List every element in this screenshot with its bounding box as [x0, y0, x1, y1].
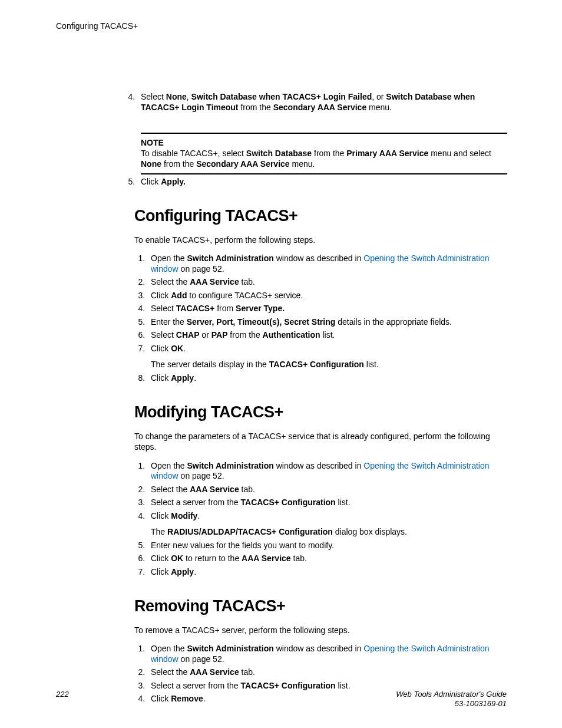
step-item: Select None, Switch Database when TACACS…	[137, 92, 507, 113]
bold-text: Server, Port, Timeout(s), Secret String	[187, 317, 336, 327]
section-heading: Modifying TACACS+	[134, 403, 511, 421]
bold-text: AAA Service	[190, 485, 239, 494]
step-item: Open the Switch Administration window as…	[147, 644, 511, 664]
bold-text: TACACS+ Configuration	[241, 498, 336, 507]
step-item: Select the AAA Service tab.	[147, 667, 511, 678]
bold-text: PAP	[211, 330, 228, 340]
running-header: Configuring TACACS+	[56, 21, 507, 31]
section-intro: To enable TACACS+, perform the following…	[134, 235, 511, 245]
bold-text: Authentication	[263, 330, 320, 340]
bold-text: None	[166, 92, 187, 101]
section-heading: Removing TACACS+	[134, 597, 511, 615]
bold-text: AAA Service	[190, 667, 239, 677]
section-intro: To remove a TACACS+ server, perform the …	[134, 625, 511, 635]
bold-text: Switch Administration	[187, 644, 274, 653]
bold-text: Modify	[171, 511, 197, 521]
section-steps-list: Open the Switch Administration window as…	[134, 461, 511, 578]
page-number: 222	[56, 690, 69, 699]
step-item: Select the AAA Service tab.	[147, 277, 511, 288]
step-item: Enter new values for the fields you want…	[147, 541, 511, 551]
after-note-steps-list: Click Apply.	[124, 177, 507, 187]
bold-text: AAA Service	[242, 554, 291, 563]
top-steps-list: Select None, Switch Database when TACACS…	[124, 92, 507, 113]
bold-text: None	[141, 159, 161, 169]
bold-text: TACACS+ Configuration	[269, 360, 364, 369]
step-item: Open the Switch Administration window as…	[147, 461, 511, 482]
bold-text: Server Type.	[236, 304, 285, 313]
bold-text: CHAP	[176, 330, 200, 340]
note-box: NOTE To disable TACACS+, select Switch D…	[141, 133, 507, 174]
step-item: Click Apply.	[147, 567, 511, 578]
step-item: Select a server from the TACACS+ Configu…	[147, 498, 511, 508]
step-item: Enter the Server, Port, Timeout(s), Secr…	[147, 317, 511, 328]
bold-text: RADIUS/ADLDAP/TACACS+ Configuration	[167, 527, 333, 536]
bold-text: Apply	[171, 567, 194, 577]
bold-text: Switch Administration	[187, 461, 274, 470]
step-item: Click Apply.	[137, 177, 507, 187]
bold-text: OK	[171, 344, 183, 353]
bold-text: TACACS+ Configuration	[241, 681, 336, 690]
note-body: To disable TACACS+, select Switch Databa…	[141, 149, 491, 169]
step-item: Open the Switch Administration window as…	[147, 253, 511, 274]
section-heading: Configuring TACACS+	[134, 207, 511, 225]
step-item: Click Add to configure TACACS+ service.	[147, 291, 511, 301]
bold-text: Primary AAA Service	[346, 149, 428, 158]
bold-text: Switch Database	[246, 149, 312, 158]
step-result: The RADIUS/ADLDAP/TACACS+ Configuration …	[151, 527, 511, 538]
step-item: Click OK to return to the AAA Service ta…	[147, 554, 511, 564]
doc-title: Web Tools Administrator's Guide	[396, 690, 507, 699]
bold-text: Switch Database when TACACS+ Login Faile…	[191, 92, 372, 101]
bold-text: Apply	[171, 373, 194, 383]
bold-text: OK	[171, 554, 183, 563]
bold-text: Add	[171, 291, 187, 300]
section-steps-list: Open the Switch Administration window as…	[134, 253, 511, 383]
page-footer: 222 Web Tools Administrator's Guide 53-1…	[56, 690, 507, 709]
step-item: Select CHAP or PAP from the Authenticati…	[147, 330, 511, 341]
bold-text: Secondary AAA Service	[273, 103, 366, 112]
bold-text: AAA Service	[190, 277, 239, 286]
bold-text: Switch Administration	[187, 253, 274, 263]
section-intro: To change the parameters of a TACACS+ se…	[134, 431, 511, 452]
bold-text: TACACS+	[176, 304, 214, 313]
step-item: Click Modify.The RADIUS/ADLDAP/TACACS+ C…	[147, 511, 511, 538]
note-label: NOTE	[141, 138, 164, 147]
doc-id: 53-1003169-01	[455, 699, 507, 708]
step-item: Select the AAA Service tab.	[147, 485, 511, 495]
step-result: The server details display in the TACACS…	[151, 360, 511, 370]
bold-text: Apply.	[161, 177, 186, 186]
bold-text: Secondary AAA Service	[196, 159, 289, 169]
step-item: Click OK.The server details display in t…	[147, 344, 511, 370]
step-item: Select TACACS+ from Server Type.	[147, 304, 511, 314]
step-item: Click Apply.	[147, 373, 511, 384]
sections-container: Configuring TACACS+To enable TACACS+, pe…	[134, 207, 511, 704]
